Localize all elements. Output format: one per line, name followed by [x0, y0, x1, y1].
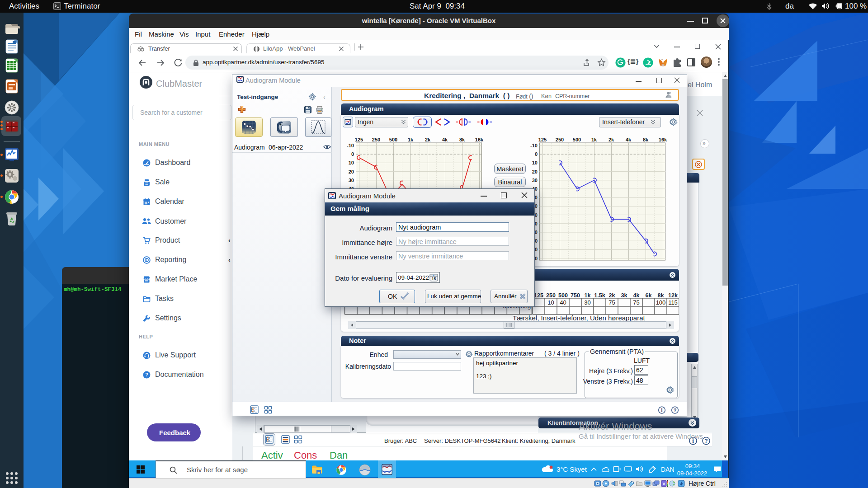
- svg-text:0: 0: [535, 151, 538, 157]
- svg-text:V: V: [662, 482, 665, 486]
- svg-text:-10: -10: [530, 143, 538, 148]
- svg-text:20: 20: [532, 169, 538, 174]
- svg-text:500: 500: [389, 138, 397, 142]
- svg-text:0: 0: [351, 151, 354, 157]
- svg-text:4k: 4k: [626, 138, 632, 142]
- svg-text:2k: 2k: [425, 138, 431, 142]
- svg-text:10: 10: [349, 160, 354, 165]
- svg-text:?: ?: [674, 408, 677, 413]
- svg-text:?: ?: [145, 372, 148, 377]
- svg-text:1k: 1k: [408, 138, 414, 142]
- svg-text:500: 500: [573, 138, 581, 142]
- svg-text:16k: 16k: [475, 138, 484, 142]
- svg-text:125: 125: [538, 138, 547, 142]
- svg-text:8k: 8k: [459, 138, 465, 142]
- svg-text:30: 30: [532, 178, 538, 183]
- svg-text:2k: 2k: [609, 138, 614, 142]
- svg-text:1k: 1k: [591, 138, 597, 142]
- svg-text:4k: 4k: [442, 138, 448, 142]
- svg-text:250: 250: [372, 138, 380, 142]
- svg-text:8k: 8k: [643, 138, 649, 142]
- svg-text:15: 15: [432, 277, 436, 281]
- svg-text:20: 20: [349, 169, 354, 174]
- svg-text:10: 10: [532, 160, 538, 165]
- svg-text:125: 125: [355, 138, 363, 142]
- svg-text:250: 250: [556, 138, 564, 142]
- svg-text:?: ?: [704, 438, 708, 444]
- svg-text:-10: -10: [347, 143, 354, 148]
- svg-text:30: 30: [349, 178, 354, 183]
- svg-text:16k: 16k: [659, 138, 667, 142]
